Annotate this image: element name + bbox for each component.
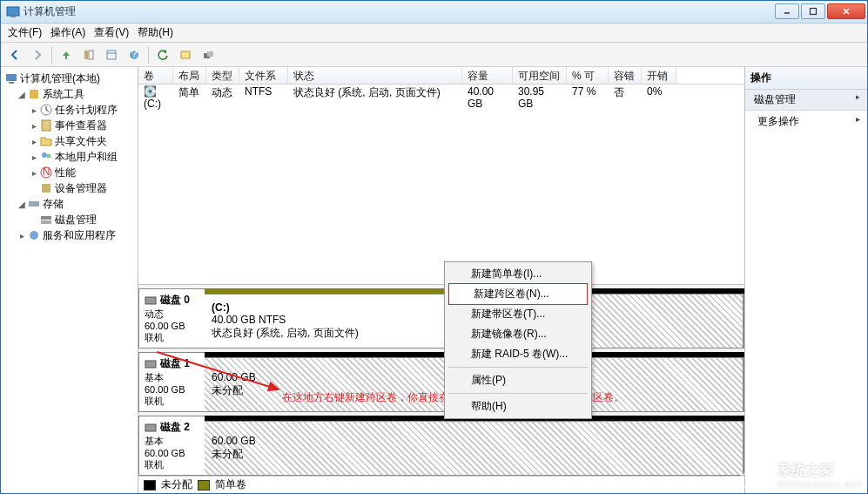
- ctx-new-mirrored-volume[interactable]: 新建镜像卷(R)...: [447, 324, 589, 344]
- legend: 未分配 简单卷: [138, 476, 744, 493]
- disk-icon: [39, 213, 53, 227]
- main-area: 计算机管理(本地) ◢系统工具 ▸任务计划程序 ▸事件查看器 ▸共享文件夹 ▸本…: [1, 67, 867, 493]
- services-icon: [27, 228, 41, 242]
- volume-row[interactable]: 💽(C:) 简单 动态 NTFS 状态良好 (系统, 启动, 页面文件) 40.…: [138, 85, 744, 100]
- tree-event-viewer[interactable]: ▸事件查看器: [27, 118, 136, 133]
- svg-rect-15: [6, 74, 17, 81]
- context-menu: 新建简单卷(I)... 新建跨区卷(N)... 新建带区卷(T)... 新建镜像…: [444, 261, 592, 419]
- disk-row-2[interactable]: 磁盘 2 基本 60.00 GB 联机 60.00 GB 未分配: [138, 412, 744, 476]
- tree-disk-management[interactable]: 磁盘管理: [27, 212, 136, 227]
- computer-icon: [4, 71, 18, 85]
- show-hide-tree-button[interactable]: [78, 45, 99, 64]
- tree-device-manager[interactable]: 设备管理器: [27, 180, 136, 196]
- tree-shared-folders[interactable]: ▸共享文件夹: [27, 133, 136, 149]
- back-button[interactable]: [4, 45, 25, 64]
- col-capacity[interactable]: 容量: [462, 67, 513, 84]
- menu-file[interactable]: 文件(F): [8, 25, 42, 40]
- svg-rect-16: [9, 82, 14, 84]
- properties-button[interactable]: [101, 45, 122, 64]
- window-controls: [773, 3, 865, 21]
- tree-performance[interactable]: ▸N性能: [27, 165, 136, 180]
- disk-row-0[interactable]: 磁盘 0 动态 60.00 GB 联机 (C:) 40.00 GB NTFS 状…: [138, 285, 744, 349]
- disk-graphical-view[interactable]: 磁盘 0 动态 60.00 GB 联机 (C:) 40.00 GB NTFS 状…: [138, 285, 744, 476]
- ctx-properties[interactable]: 属性(P): [447, 370, 589, 390]
- watermark-logo-icon: [736, 461, 772, 489]
- menu-action[interactable]: 操作(A): [50, 25, 85, 40]
- legend-simple-label: 简单卷: [215, 477, 246, 492]
- volume-list[interactable]: 💽(C:) 简单 动态 NTFS 状态良好 (系统, 启动, 页面文件) 40.…: [138, 85, 744, 285]
- performance-icon: N: [39, 166, 53, 179]
- tree-services-apps[interactable]: ▸服务和应用程序: [15, 227, 136, 243]
- event-icon: [39, 118, 53, 132]
- legend-unallocated-swatch: [144, 480, 156, 491]
- legend-simple-swatch: [198, 480, 210, 491]
- svg-rect-3: [811, 8, 817, 14]
- svg-rect-33: [748, 474, 753, 479]
- disk-drive-icon: [145, 359, 157, 369]
- tree-root[interactable]: 计算机管理(本地): [3, 71, 136, 86]
- wrench-icon: [27, 87, 41, 101]
- users-icon: [39, 150, 53, 164]
- clock-icon: [39, 103, 53, 117]
- svg-rect-6: [84, 51, 88, 59]
- svg-rect-17: [30, 90, 38, 98]
- tree-system-tools[interactable]: ◢系统工具: [15, 86, 136, 102]
- tree-task-scheduler[interactable]: ▸任务计划程序: [27, 102, 136, 118]
- disk1-info[interactable]: 磁盘 1 基本 60.00 GB 联机: [138, 352, 205, 412]
- svg-rect-30: [145, 361, 156, 368]
- watermark: 系统之家 XITONGZHIJIA.NET: [736, 461, 863, 489]
- svg-rect-8: [107, 51, 116, 59]
- disk0-info[interactable]: 磁盘 0 动态 60.00 GB 联机: [138, 288, 205, 349]
- disk2-unallocated[interactable]: 60.00 GB 未分配: [205, 422, 744, 475]
- actions-disk-management[interactable]: 磁盘管理: [745, 90, 867, 111]
- maximize-button[interactable]: [801, 3, 825, 19]
- svg-rect-24: [42, 184, 50, 193]
- ctx-new-spanned-volume[interactable]: 新建跨区卷(N)...: [448, 283, 588, 305]
- svg-rect-25: [29, 201, 39, 206]
- menu-help[interactable]: 帮助(H): [138, 25, 173, 40]
- col-free[interactable]: 可用空间: [513, 67, 567, 84]
- col-volume[interactable]: 卷: [138, 67, 173, 84]
- col-status[interactable]: 状态: [288, 67, 462, 84]
- col-pct[interactable]: % 可用: [567, 67, 609, 84]
- svg-rect-7: [89, 51, 93, 59]
- rescan-button[interactable]: [175, 45, 196, 64]
- ctx-new-striped-volume[interactable]: 新建带区卷(T)...: [447, 304, 589, 324]
- app-icon: [6, 5, 20, 19]
- volume-header[interactable]: 卷 布局 类型 文件系统 状态 容量 可用空间 % 可用 容错 开销: [138, 67, 744, 85]
- svg-rect-1: [10, 16, 16, 17]
- refresh-button[interactable]: [152, 45, 173, 64]
- storage-icon: [27, 197, 41, 211]
- close-button[interactable]: [827, 3, 865, 19]
- center-panel: 卷 布局 类型 文件系统 状态 容量 可用空间 % 可用 容错 开销 💽(C:)…: [138, 67, 745, 493]
- forward-button[interactable]: [27, 45, 48, 64]
- titlebar: 计算机管理: [1, 1, 867, 24]
- actions-panel: 操作 磁盘管理 更多操作: [745, 67, 867, 493]
- tree-local-users[interactable]: ▸本地用户和组: [27, 149, 136, 165]
- actions-more[interactable]: 更多操作: [745, 111, 867, 132]
- col-layout[interactable]: 布局: [173, 67, 206, 84]
- ctx-help[interactable]: 帮助(H): [447, 396, 589, 416]
- col-fs[interactable]: 文件系统: [239, 67, 288, 84]
- svg-rect-29: [145, 297, 156, 304]
- tree-storage[interactable]: ◢存储: [15, 196, 136, 212]
- ctx-new-raid5-volume[interactable]: 新建 RAID-5 卷(W)...: [447, 344, 589, 364]
- svg-text:N: N: [43, 166, 50, 178]
- menubar: 文件(F) 操作(A) 查看(V) 帮助(H): [1, 24, 867, 43]
- col-type[interactable]: 类型: [206, 67, 239, 84]
- help-button[interactable]: ?: [124, 45, 145, 64]
- toolbar: ?: [1, 43, 867, 67]
- disk2-info[interactable]: 磁盘 2 基本 60.00 GB 联机: [138, 416, 205, 476]
- settings-button[interactable]: [198, 45, 219, 64]
- col-fault[interactable]: 容错: [609, 67, 642, 84]
- minimize-button[interactable]: [775, 3, 799, 19]
- folder-icon: [39, 134, 53, 148]
- svg-rect-27: [41, 220, 51, 224]
- navigation-tree[interactable]: 计算机管理(本地) ◢系统工具 ▸任务计划程序 ▸事件查看器 ▸共享文件夹 ▸本…: [1, 67, 138, 493]
- menu-view[interactable]: 查看(V): [94, 25, 129, 40]
- up-button[interactable]: [56, 45, 77, 64]
- col-overhead[interactable]: 开销: [642, 67, 676, 84]
- ctx-new-simple-volume[interactable]: 新建简单卷(I)...: [447, 264, 589, 284]
- device-icon: [39, 181, 53, 195]
- svg-text:?: ?: [131, 49, 138, 60]
